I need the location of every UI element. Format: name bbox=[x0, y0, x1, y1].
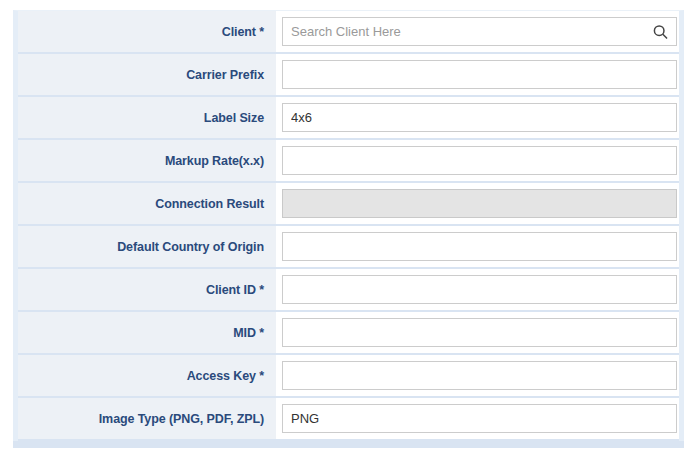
field-row-label-size: Label Size bbox=[18, 97, 679, 140]
mid-label: MID * bbox=[233, 326, 264, 340]
field-row-carrier-prefix: Carrier Prefix bbox=[18, 54, 679, 97]
default-country-of-origin-input[interactable] bbox=[282, 232, 677, 261]
client-label: Client * bbox=[222, 25, 264, 39]
field-label-cell: Connection Result bbox=[18, 183, 276, 224]
field-label-cell: Image Type (PNG, PDF, ZPL) bbox=[18, 398, 276, 439]
field-input-cell bbox=[276, 226, 679, 267]
field-row-client: Client * bbox=[18, 11, 679, 54]
field-label-cell: Markup Rate(x.x) bbox=[18, 140, 276, 181]
field-row-markup-rate: Markup Rate(x.x) bbox=[18, 140, 679, 183]
field-label-cell: Client ID * bbox=[18, 269, 276, 310]
field-label-cell: Access Key * bbox=[18, 355, 276, 396]
field-label-cell: MID * bbox=[18, 312, 276, 353]
client-id-input[interactable] bbox=[282, 275, 677, 304]
image-type-label: Image Type (PNG, PDF, ZPL) bbox=[99, 412, 264, 426]
field-input-cell bbox=[276, 355, 679, 396]
carrier-prefix-label: Carrier Prefix bbox=[186, 68, 264, 82]
access-key-label: Access Key * bbox=[187, 369, 264, 383]
mid-input[interactable] bbox=[282, 318, 677, 347]
field-input-cell bbox=[276, 269, 679, 310]
field-label-cell: Client * bbox=[18, 11, 276, 52]
client-input[interactable] bbox=[282, 17, 677, 46]
field-input-cell bbox=[276, 312, 679, 353]
field-row-connection-result: Connection Result bbox=[18, 183, 679, 226]
default-country-of-origin-label: Default Country of Origin bbox=[117, 240, 264, 254]
label-size-label: Label Size bbox=[204, 111, 264, 125]
field-row-mid: MID * bbox=[18, 312, 679, 355]
image-type-input[interactable] bbox=[282, 404, 677, 433]
settings-table: Client * Carrier Prefix Label Size bbox=[13, 10, 684, 441]
field-label-cell: Default Country of Origin bbox=[18, 226, 276, 267]
client-id-label: Client ID * bbox=[206, 283, 264, 297]
label-size-input[interactable] bbox=[282, 103, 677, 132]
client-settings-panel: Client * Carrier Prefix Label Size bbox=[13, 10, 684, 448]
field-input-cell bbox=[276, 183, 679, 224]
field-label-cell: Carrier Prefix bbox=[18, 54, 276, 95]
field-label-cell: Label Size bbox=[18, 97, 276, 138]
field-input-cell bbox=[276, 398, 679, 439]
field-row-image-type: Image Type (PNG, PDF, ZPL) bbox=[18, 398, 679, 441]
field-input-cell bbox=[276, 97, 679, 138]
field-input-cell bbox=[276, 11, 679, 52]
field-input-cell bbox=[276, 54, 679, 95]
field-input-cell bbox=[276, 140, 679, 181]
markup-rate-label: Markup Rate(x.x) bbox=[165, 154, 264, 168]
connection-result-label: Connection Result bbox=[155, 197, 264, 211]
carrier-prefix-input[interactable] bbox=[282, 60, 677, 89]
connection-result-input bbox=[282, 189, 677, 218]
field-row-default-country-of-origin: Default Country of Origin bbox=[18, 226, 679, 269]
search-icon[interactable] bbox=[653, 24, 668, 39]
panel-footer-bar bbox=[13, 441, 684, 448]
field-row-client-id: Client ID * bbox=[18, 269, 679, 312]
access-key-input[interactable] bbox=[282, 361, 677, 390]
markup-rate-input[interactable] bbox=[282, 146, 677, 175]
field-row-access-key: Access Key * bbox=[18, 355, 679, 398]
